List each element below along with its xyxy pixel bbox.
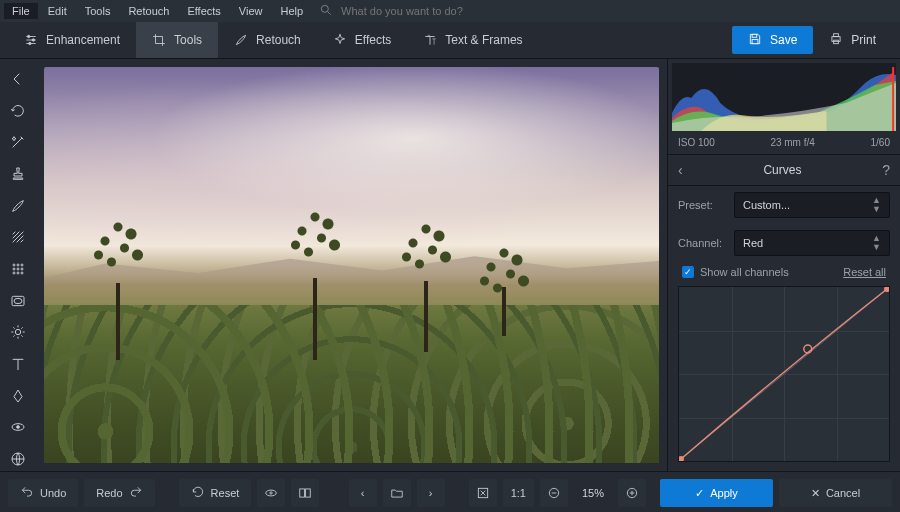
redo-icon — [129, 485, 143, 501]
globe-icon[interactable] — [4, 447, 32, 471]
left-toolbar — [0, 59, 36, 471]
svg-point-16 — [13, 268, 15, 270]
brush-icon[interactable] — [4, 194, 32, 218]
vignette-icon[interactable] — [4, 289, 32, 313]
tab-label: Tools — [174, 33, 202, 47]
redeye-icon[interactable] — [4, 416, 32, 440]
compare-toggle[interactable] — [291, 479, 319, 507]
save-button[interactable]: Save — [732, 26, 813, 54]
text-tool-icon[interactable] — [4, 352, 32, 376]
fit-screen-button[interactable] — [469, 479, 497, 507]
svg-point-13 — [13, 264, 15, 266]
zoom-value: 15% — [572, 487, 614, 499]
main-area: ISO 100 23 mm f/4 1/60 ‹ Curves ? Preset… — [0, 59, 900, 471]
gradient-icon[interactable] — [4, 225, 32, 249]
panel-title: Curves — [683, 163, 883, 177]
zoom-in-button[interactable] — [618, 479, 646, 507]
menubar: File Edit Tools Retouch Effects View Hel… — [0, 0, 900, 22]
tab-tools[interactable]: Tools — [136, 22, 218, 58]
cancel-label: Cancel — [826, 487, 860, 499]
canvas[interactable] — [36, 59, 667, 471]
tab-enhancement[interactable]: Enhancement — [8, 22, 136, 58]
sliders-icon — [24, 33, 38, 47]
menu-file[interactable]: File — [4, 3, 38, 19]
reset-all-link[interactable]: Reset all — [843, 266, 886, 278]
save-label: Save — [770, 33, 797, 47]
tab-text-frames[interactable]: Text & Frames — [407, 22, 538, 58]
reset-icon — [191, 485, 205, 501]
menu-effects[interactable]: Effects — [179, 3, 228, 19]
svg-point-14 — [17, 264, 19, 266]
reset-button[interactable]: Reset — [179, 479, 252, 507]
magic-icon[interactable] — [4, 130, 32, 154]
next-image-button[interactable]: › — [417, 479, 445, 507]
show-all-label: Show all channels — [700, 266, 789, 278]
print-button[interactable]: Print — [813, 26, 892, 54]
svg-point-33 — [266, 490, 277, 496]
svg-rect-9 — [752, 39, 758, 43]
svg-point-6 — [32, 39, 34, 41]
channel-label: Channel: — [678, 237, 726, 249]
zoom-ratio-button[interactable]: 1:1 — [503, 479, 534, 507]
help-icon[interactable]: ? — [882, 162, 890, 178]
menu-view[interactable]: View — [231, 3, 271, 19]
svg-point-24 — [15, 330, 20, 335]
undo-label: Undo — [40, 487, 66, 499]
tab-label: Effects — [355, 33, 391, 47]
show-all-channels-checkbox[interactable]: ✓Show all channels — [682, 266, 789, 278]
grid-icon[interactable] — [4, 257, 32, 281]
channel-value: Red — [743, 237, 763, 249]
zoom-out-button[interactable] — [540, 479, 568, 507]
menu-retouch[interactable]: Retouch — [120, 3, 177, 19]
browse-button[interactable] — [383, 479, 411, 507]
chevron-down-icon: ▲▼ — [872, 196, 881, 214]
channel-select[interactable]: Red▲▼ — [734, 230, 890, 256]
redo-button[interactable]: Redo — [84, 479, 154, 507]
back-icon[interactable] — [4, 67, 32, 91]
tab-label: Enhancement — [46, 33, 120, 47]
statusbar: Undo Redo Reset ‹ › 1:1 15% ✓Apply ✕Canc… — [0, 471, 900, 512]
svg-point-23 — [14, 298, 22, 303]
sharpen-icon[interactable] — [4, 384, 32, 408]
svg-point-18 — [21, 268, 23, 270]
undo-button[interactable]: Undo — [8, 479, 78, 507]
rotate-icon[interactable] — [4, 99, 32, 123]
svg-point-34 — [270, 492, 272, 494]
svg-rect-36 — [306, 489, 311, 497]
text-icon — [423, 33, 437, 47]
svg-point-19 — [13, 272, 15, 274]
print-label: Print — [851, 33, 876, 47]
menu-tools[interactable]: Tools — [77, 3, 119, 19]
prev-image-button[interactable]: ‹ — [349, 479, 377, 507]
stamp-icon[interactable] — [4, 162, 32, 186]
undo-icon — [20, 485, 34, 501]
crop-icon — [152, 33, 166, 47]
svg-point-17 — [17, 268, 19, 270]
curves-graph[interactable] — [678, 286, 890, 462]
histogram — [672, 63, 896, 131]
tab-effects[interactable]: Effects — [317, 22, 407, 58]
close-icon: ✕ — [811, 487, 820, 500]
preset-value: Custom... — [743, 199, 790, 211]
preview-toggle[interactable] — [257, 479, 285, 507]
svg-point-5 — [28, 35, 30, 37]
preset-label: Preset: — [678, 199, 726, 211]
menu-edit[interactable]: Edit — [40, 3, 75, 19]
toolbar: Enhancement Tools Retouch Effects Text &… — [0, 22, 900, 59]
save-icon — [748, 32, 762, 49]
check-icon: ✓ — [695, 487, 704, 500]
apply-button[interactable]: ✓Apply — [660, 479, 773, 507]
tab-label: Text & Frames — [445, 33, 522, 47]
right-panel: ISO 100 23 mm f/4 1/60 ‹ Curves ? Preset… — [667, 59, 900, 471]
cancel-button[interactable]: ✕Cancel — [779, 479, 892, 507]
chevron-down-icon: ▲▼ — [872, 234, 881, 252]
menu-help[interactable]: Help — [272, 3, 311, 19]
preset-select[interactable]: Custom...▲▼ — [734, 192, 890, 218]
svg-rect-12 — [834, 40, 839, 44]
search-input[interactable] — [339, 4, 523, 18]
tab-retouch[interactable]: Retouch — [218, 22, 317, 58]
sun-icon[interactable] — [4, 321, 32, 345]
svg-point-7 — [29, 42, 31, 44]
apply-label: Apply — [710, 487, 738, 499]
meta-lens: 23 mm f/4 — [770, 137, 814, 148]
